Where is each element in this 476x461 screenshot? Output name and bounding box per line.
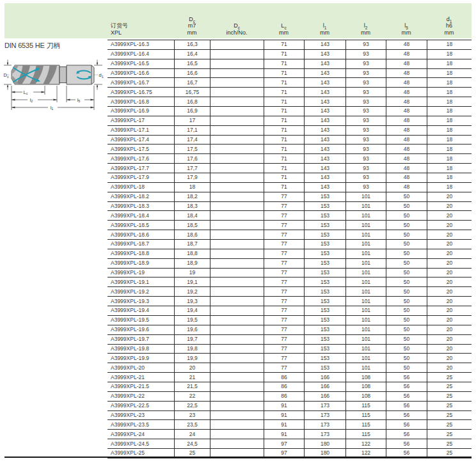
dimension-label-lc: Lc bbox=[24, 90, 28, 96]
spec-value-cell: 50 bbox=[386, 230, 427, 239]
spec-value-cell: 20 bbox=[427, 230, 472, 239]
order-number-cell: A3999XPL-18.4 bbox=[107, 211, 174, 220]
table-row: A3999XPL-17.117,171143934818 bbox=[107, 126, 472, 136]
spec-value-cell bbox=[210, 420, 264, 429]
spec-value-cell: 71 bbox=[264, 78, 304, 87]
spec-value-cell: 122 bbox=[345, 439, 386, 448]
spec-value-cell: 153 bbox=[304, 221, 345, 230]
spec-value-cell bbox=[210, 325, 264, 334]
spec-value-cell: 50 bbox=[386, 202, 427, 211]
spec-value-cell: 50 bbox=[386, 297, 427, 306]
spec-value-cell: 173 bbox=[304, 430, 345, 439]
spec-value-cell: 93 bbox=[345, 40, 386, 49]
order-number-cell: A3999XPL-18.2 bbox=[107, 192, 174, 201]
order-number-cell: A3999XPL-24 bbox=[107, 430, 174, 439]
spec-value-cell bbox=[210, 136, 264, 145]
spec-value-cell: 71 bbox=[264, 88, 304, 97]
spec-value-cell: 18 bbox=[427, 59, 472, 68]
order-number-cell: A3999XPL-19 bbox=[107, 269, 174, 277]
spec-value-cell: 91 bbox=[264, 430, 304, 439]
spec-value-cell: 77 bbox=[264, 335, 304, 344]
order-number-cell: A3999XPL-17.9 bbox=[107, 173, 174, 182]
drill-neck bbox=[60, 67, 67, 83]
spec-value-cell bbox=[210, 40, 264, 49]
spec-value-cell: 143 bbox=[304, 78, 345, 87]
order-number-cell: A3999XPL-19.2 bbox=[107, 287, 174, 296]
order-number-cell: A3999XPL-17.1 bbox=[107, 126, 174, 135]
spec-value-cell: 173 bbox=[304, 420, 345, 429]
order-number-cell: A3999XPL-16.3 bbox=[107, 40, 174, 49]
spec-value-cell: 153 bbox=[304, 259, 345, 268]
table-row: A3999XPL-17.417,471143934818 bbox=[107, 136, 472, 145]
spec-value-cell: 93 bbox=[345, 136, 386, 145]
spec-value-cell: 25 bbox=[427, 373, 472, 382]
spec-value-cell: 143 bbox=[304, 50, 345, 59]
spec-value-cell bbox=[210, 277, 264, 286]
spec-value-cell: 153 bbox=[304, 240, 345, 249]
spec-value-cell: 48 bbox=[386, 126, 427, 135]
spec-value-cell: 108 bbox=[345, 382, 386, 391]
spec-value-cell: 71 bbox=[264, 154, 304, 163]
spec-value-cell: 17,7 bbox=[174, 164, 210, 173]
table-row: A3999XPL-16.816,871143934818 bbox=[107, 97, 472, 107]
spec-value-cell: 56 bbox=[386, 420, 427, 429]
spec-value-cell: 19,1 bbox=[174, 277, 210, 286]
order-number-cell: A3999XPL-22 bbox=[107, 392, 174, 401]
spec-value-cell: 24 bbox=[174, 430, 210, 439]
spec-value-cell: 48 bbox=[386, 183, 427, 192]
spec-value-cell: 20 bbox=[427, 259, 472, 268]
spec-value-cell: 143 bbox=[304, 136, 345, 145]
spec-value-cell: 16,9 bbox=[174, 107, 210, 116]
table-row: A3999XPL-16.616,671143934818 bbox=[107, 69, 472, 79]
spec-value-cell: 101 bbox=[345, 211, 386, 220]
spec-value-cell: 153 bbox=[304, 325, 345, 334]
spec-value-cell: 16,7 bbox=[174, 78, 210, 87]
spec-value-cell: 17,5 bbox=[174, 145, 210, 153]
spec-value-cell bbox=[210, 97, 264, 106]
spec-value-cell bbox=[210, 183, 264, 192]
spec-value-cell bbox=[210, 306, 264, 315]
spec-value-cell: 56 bbox=[386, 411, 427, 420]
spec-value-cell bbox=[210, 335, 264, 344]
spec-value-cell: 86 bbox=[264, 382, 304, 391]
spec-value-cell: 19 bbox=[174, 269, 210, 277]
spec-value-cell: 18 bbox=[427, 164, 472, 173]
order-number-cell: A3999XPL-19.5 bbox=[107, 316, 174, 325]
spec-value-cell: 19,4 bbox=[174, 306, 210, 315]
spec-value-cell: 19,5 bbox=[174, 316, 210, 325]
spec-value-cell: 50 bbox=[386, 240, 427, 249]
spec-value-cell: 23,5 bbox=[174, 420, 210, 429]
spec-value-cell: 18 bbox=[427, 97, 472, 106]
spec-value-cell: 18 bbox=[427, 173, 472, 182]
spec-value-cell: 19,3 bbox=[174, 297, 210, 306]
spec-value-cell: 18 bbox=[427, 183, 472, 192]
spec-value-cell: 20 bbox=[427, 221, 472, 230]
table-row: A3999XPL-18.318,3771531015020 bbox=[107, 202, 472, 212]
spec-value-cell: 20 bbox=[427, 354, 472, 363]
spec-value-cell: 18 bbox=[174, 183, 210, 192]
spec-value-cell: 16,6 bbox=[174, 69, 210, 78]
order-number-cell: A3999XPL-22.5 bbox=[107, 402, 174, 410]
spec-value-cell: 48 bbox=[386, 78, 427, 87]
spec-value-cell: 143 bbox=[304, 164, 345, 173]
spec-value-cell: 21 bbox=[174, 373, 210, 382]
spec-value-cell bbox=[210, 116, 264, 125]
spec-value-cell: 48 bbox=[386, 107, 427, 116]
spec-value-cell: 77 bbox=[264, 269, 304, 277]
spec-value-cell: 48 bbox=[386, 116, 427, 125]
spec-value-cell: 143 bbox=[304, 97, 345, 106]
spec-value-cell: 16,5 bbox=[174, 59, 210, 68]
spec-value-cell: 71 bbox=[264, 173, 304, 182]
spec-value-cell: 50 bbox=[386, 269, 427, 277]
table-row: A3999XPL-16.7516,7571143934818 bbox=[107, 88, 472, 97]
order-number-cell: A3999XPL-16.75 bbox=[107, 88, 174, 97]
spec-value-cell: 48 bbox=[386, 136, 427, 145]
spec-value-cell: 56 bbox=[386, 430, 427, 439]
spec-value-cell: 77 bbox=[264, 230, 304, 239]
spec-value-cell: 101 bbox=[345, 325, 386, 334]
spec-value-cell: 108 bbox=[345, 373, 386, 382]
spec-value-cell bbox=[210, 411, 264, 420]
catalog-page: 订货号 XPL Dc m7 mm Dc inch/No. Lc mm l1 mm… bbox=[0, 0, 476, 461]
spec-value-cell: 77 bbox=[264, 202, 304, 211]
spec-value-cell: 71 bbox=[264, 183, 304, 192]
